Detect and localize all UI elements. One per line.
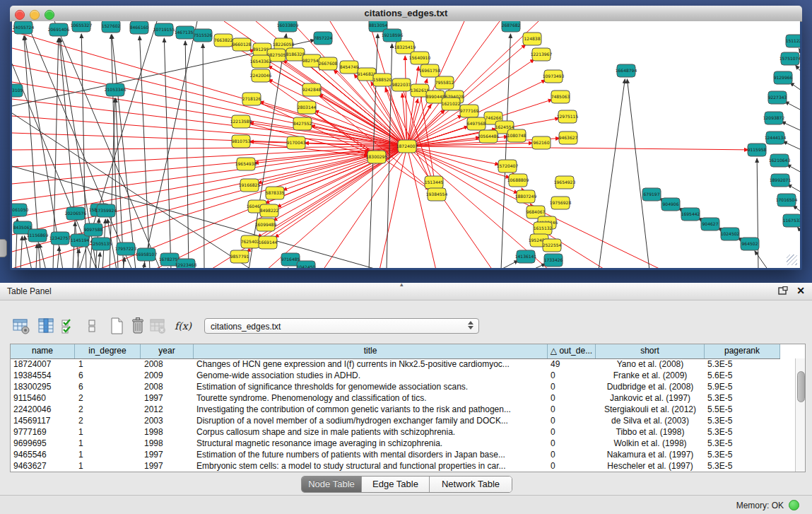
graph-node[interactable]: 12975115 (557, 110, 579, 123)
column-header-short[interactable]: short (596, 344, 705, 358)
graph-node[interactable]: 19384554 (426, 188, 448, 201)
graph-node[interactable]: 1024502 (721, 228, 740, 240)
graph-node[interactable]: 19218596 (382, 29, 404, 42)
graph-node[interactable]: 8427552 (293, 117, 312, 130)
function-builder-icon[interactable]: f(x) (175, 317, 193, 335)
graph-node[interactable]: 10719155 (153, 23, 175, 36)
graph-node[interactable]: 9242848 (302, 83, 322, 96)
graph-node[interactable]: 21053346 (105, 83, 126, 96)
graph-node[interactable]: 12213967 (531, 48, 553, 61)
graph-node[interactable]: 10655327 (71, 21, 93, 32)
graph-node[interactable]: 12342757 (49, 232, 71, 245)
graph-node[interactable]: 2718126 (242, 93, 261, 105)
tab-node-table[interactable]: Node Table (302, 477, 362, 492)
graph-node[interactable]: 2053105 (12, 84, 23, 97)
graph-node[interactable]: 904906 (661, 198, 680, 211)
graph-node[interactable]: 17016504 (776, 194, 798, 206)
graph-node[interactable]: 16648794 (616, 64, 637, 77)
column-header-name[interactable]: name (11, 344, 75, 358)
table-row[interactable]: 911546021997Tourette syndrome. Phenomeno… (11, 392, 795, 404)
deselect-rows-icon[interactable] (83, 317, 101, 335)
graph-node[interactable]: 904627 (701, 218, 719, 230)
graph-node[interactable]: 964502 (741, 238, 759, 250)
graph-node[interactable]: 8498222 (260, 204, 279, 217)
graph-node[interactable]: 1615132 (534, 222, 553, 235)
scrollbar-thumb[interactable] (797, 371, 805, 402)
graph-node[interactable]: 1621022 (442, 98, 461, 110)
graph-node[interactable]: 962160 (532, 136, 551, 149)
graph-node[interactable]: 19654923 (554, 176, 576, 189)
graph-node[interactable]: 12444134 (765, 132, 787, 144)
panel-splitter-grip[interactable]: ▴ (400, 281, 404, 288)
graph-node[interactable]: 1669144 (259, 236, 278, 249)
graph-node[interactable]: 18724007 (396, 140, 418, 153)
graph-node[interactable]: 9660128 (233, 38, 252, 51)
window-titlebar[interactable]: citations_edges.txt (10, 6, 802, 22)
table-settings-icon[interactable] (12, 317, 30, 335)
graph-node[interactable]: 1695442 (681, 208, 700, 221)
table-row[interactable]: 977716911998Corpus callosum shape and si… (11, 426, 795, 438)
window-resize-grip[interactable] (787, 255, 797, 265)
graph-node[interactable]: 24055724 (13, 21, 35, 34)
graph-node[interactable]: 124838 (523, 33, 541, 45)
graph-node[interactable]: 16033809 (277, 21, 299, 32)
graph-node[interactable]: 9857791 (230, 250, 249, 263)
graph-node[interactable]: 1167533 (783, 214, 800, 227)
column-header-title[interactable]: title (194, 344, 548, 358)
table-row[interactable]: 2242004622012Investigating the contribut… (11, 404, 795, 415)
graph-node[interactable]: 9227343 (768, 91, 787, 104)
delete-entry-icon[interactable] (129, 317, 147, 335)
graph-node[interactable]: 12093872 (763, 112, 785, 124)
graph-node[interactable]: 20564486 (478, 130, 500, 143)
graph-node[interactable]: 16958107 (136, 248, 158, 261)
graph-node[interactable]: 8466160 (130, 21, 149, 34)
vertical-scrollbar[interactable] (795, 358, 805, 472)
graph-node[interactable]: 7515526 (194, 29, 213, 42)
column-header-in_degree[interactable]: in_degree (75, 344, 141, 358)
graph-node[interactable]: 15751074 (779, 52, 800, 65)
graph-node[interactable]: 18807249 (515, 190, 537, 203)
graph-node[interactable]: 9777169 (460, 105, 479, 117)
graph-node[interactable]: 9097588 (84, 223, 103, 236)
graph-node[interactable]: 5878335 (266, 187, 285, 199)
graph-node[interactable]: 18300295 (366, 151, 388, 163)
tab-edge-table[interactable]: Edge Table (362, 477, 430, 492)
graph-node[interactable]: 19756928 (550, 197, 572, 209)
graph-node[interactable]: 20691406 (48, 23, 70, 36)
graph-node[interactable]: 679197 (642, 188, 661, 201)
tab-network-table[interactable]: Network Table (430, 477, 512, 492)
graph-node[interactable]: 15720407 (497, 160, 519, 173)
graph-node[interactable]: 1733426 (544, 254, 563, 267)
graph-node[interactable]: 7663822 (214, 34, 233, 47)
graph-node[interactable]: 1588520 (373, 74, 392, 86)
column-header-pagerank[interactable]: pagerank (705, 344, 780, 358)
graph-node[interactable]: 12213589 (230, 115, 252, 128)
graph-node[interactable]: 7485063 (551, 90, 570, 103)
graph-node[interactable]: 16961758 (419, 64, 441, 77)
graph-node[interactable]: 14136141 (515, 250, 537, 263)
graph-node[interactable]: 10973493 (543, 70, 565, 83)
graph-node[interactable]: 7955812 (435, 76, 454, 89)
graph-node[interactable]: 9129966 (774, 71, 793, 84)
column-header-out_de[interactable]: △ out_de... (548, 344, 596, 358)
graph-node[interactable]: 11156869 (27, 229, 49, 242)
select-checks-icon[interactable] (59, 317, 78, 335)
graph-node[interactable]: 19654938 (235, 158, 257, 170)
graph-node[interactable]: 1080748 (507, 129, 526, 142)
table-row[interactable]: 1872400712008Changes of HCN gene express… (11, 358, 795, 370)
graph-node[interactable]: 20206576 (65, 207, 87, 220)
graph-node[interactable]: 16543362 (250, 55, 272, 68)
graph-node[interactable]: 8454749 (340, 61, 359, 74)
graph-node[interactable]: 2687682 (502, 21, 521, 32)
table-row[interactable]: 969969511998Structural magnetic resonanc… (11, 438, 795, 449)
new-table-icon[interactable] (107, 317, 126, 335)
graph-node[interactable]: 7857224 (314, 32, 333, 45)
graph-node[interactable]: 1042450 (297, 261, 316, 268)
graph-node[interactable]: 9170043 (287, 136, 306, 149)
graph-node[interactable]: 12505135 (90, 238, 112, 250)
graph-node[interactable]: 1511223 (786, 35, 800, 47)
graph-node[interactable]: 2667608 (319, 57, 338, 70)
graph-node[interactable]: 22420046 (250, 69, 272, 82)
table-row[interactable]: 1456911722003Disruption of a novel membe… (11, 415, 795, 426)
graph-node[interactable]: 1513445 (425, 176, 444, 189)
